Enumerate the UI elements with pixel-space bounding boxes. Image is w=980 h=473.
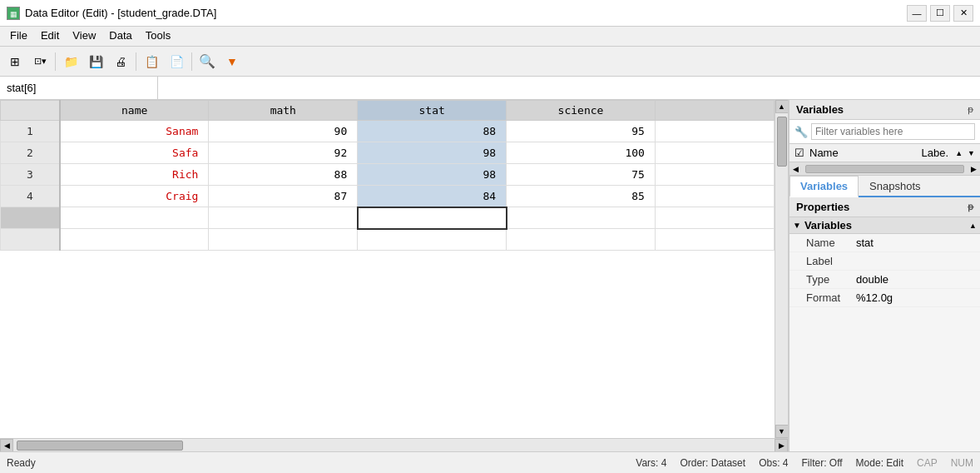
cell-4-science[interactable]: 85	[507, 186, 656, 207]
right-panel: Variables ᵽ 🔧 ☑ Name Labe. ▲ ▼ ◀ ▶ Varia…	[789, 100, 980, 451]
var-scroll-thumb[interactable]	[805, 165, 964, 173]
close-button[interactable]: ✕	[953, 5, 973, 22]
properties-section: Properties ᵽ ▼ Variables ▲ Name stat Lab…	[789, 197, 980, 451]
variables-header: Variables ᵽ	[789, 100, 980, 120]
cell-2-science[interactable]: 100	[507, 142, 656, 164]
col-down-arrow[interactable]: ▼	[968, 149, 975, 157]
cell-3-science[interactable]: 75	[507, 164, 656, 186]
cell-reference[interactable]: stat[6]	[0, 77, 158, 99]
status-cap: CAP	[917, 457, 938, 469]
cell-4-stat[interactable]: 84	[358, 186, 507, 207]
menu-bar: File Edit View Data Tools	[0, 27, 980, 47]
name-checkbox[interactable]: ☑	[794, 147, 804, 159]
cell-5-science	[507, 207, 656, 229]
toolbar-separator-1	[55, 52, 56, 71]
menu-tools[interactable]: Tools	[139, 28, 177, 44]
copy-button[interactable]: 📋	[140, 51, 163, 72]
properties-pin-icon[interactable]: ᵽ	[968, 202, 973, 212]
prop-label-format: Format	[806, 291, 856, 304]
var-h-scroll[interactable]: ◀ ▶	[789, 162, 980, 176]
scroll-right-button[interactable]: ▶	[775, 439, 788, 452]
variables-collapse-arrow[interactable]: ▼	[793, 221, 801, 230]
properties-header: Properties ᵽ	[789, 197, 980, 217]
data-area: name math stat science 1 Sanam 90	[0, 100, 789, 451]
cell-1-stat[interactable]: 88	[358, 121, 507, 142]
filter-input[interactable]	[811, 123, 975, 140]
table-row: 3 Rich 88 98 75	[1, 164, 775, 186]
tab-snapshots[interactable]: Snapshots	[859, 176, 931, 196]
cell-1-math[interactable]: 90	[209, 121, 358, 142]
cell-2-stat[interactable]: 98	[358, 142, 507, 164]
status-order: Order: Dataset	[680, 457, 745, 469]
row-num-4: 4	[1, 186, 61, 207]
table-row: 4 Craig 87 84 85	[1, 186, 775, 207]
tab-variables[interactable]: Variables	[789, 176, 859, 197]
filter-button[interactable]: ▼	[220, 51, 244, 72]
label-col-label: Labe.	[922, 147, 949, 159]
h-scroll-thumb[interactable]	[17, 441, 183, 451]
scroll-track[interactable]	[775, 113, 788, 425]
prop-row-label: Label	[789, 252, 980, 271]
cell-4-math[interactable]: 87	[209, 186, 358, 207]
search-button[interactable]: 🔍	[196, 51, 219, 72]
panel-tabs: Variables Snapshots	[789, 176, 980, 197]
cell-1-science[interactable]: 95	[507, 121, 656, 142]
toolbar-separator-2	[136, 52, 136, 71]
cell-6-extra	[655, 229, 774, 251]
col-header-math[interactable]: math	[209, 101, 358, 121]
col-header-stat[interactable]: stat	[358, 101, 507, 121]
main-layout: name math stat science 1 Sanam 90	[0, 100, 980, 451]
scroll-thumb[interactable]	[777, 117, 787, 167]
prop-row-type: Type double	[789, 271, 980, 289]
cell-3-stat[interactable]: 98	[358, 164, 507, 186]
grid-button[interactable]: ⊞	[3, 51, 27, 72]
col-header-science[interactable]: science	[507, 101, 656, 121]
row-num-1: 1	[1, 121, 61, 142]
minimize-button[interactable]: —	[907, 5, 927, 22]
scroll-up-button[interactable]: ▲	[775, 100, 789, 113]
cell-1-name[interactable]: Sanam	[60, 121, 209, 142]
prop-value-name: stat	[856, 236, 874, 249]
cell-value[interactable]	[158, 77, 980, 99]
status-num: NUM	[951, 457, 973, 469]
add-col-button[interactable]: ⊡▾	[28, 51, 52, 72]
prop-label-name: Name	[806, 236, 856, 249]
name-col-label: Name	[809, 147, 917, 159]
menu-edit[interactable]: Edit	[34, 28, 66, 44]
col-up-arrow[interactable]: ▲	[955, 149, 963, 157]
variables-panel-title: Variables	[796, 103, 844, 116]
table-row	[1, 207, 775, 229]
cell-4-name[interactable]: Craig	[60, 186, 209, 207]
save-button[interactable]: 💾	[84, 51, 107, 72]
var-scroll-left[interactable]: ◀	[789, 165, 802, 173]
cell-2-math[interactable]: 92	[209, 142, 358, 164]
cell-3-name[interactable]: Rich	[60, 164, 209, 186]
prop-up-icon[interactable]: ▲	[969, 222, 977, 230]
col-header-name[interactable]: name	[60, 101, 209, 121]
paste-button[interactable]: 📄	[165, 51, 188, 72]
open-button[interactable]: 📁	[59, 51, 82, 72]
scroll-down-button[interactable]: ▼	[775, 425, 789, 438]
menu-file[interactable]: File	[3, 28, 34, 44]
maximize-button[interactable]: ☐	[930, 5, 950, 22]
cell-3-math[interactable]: 88	[209, 164, 358, 186]
menu-view[interactable]: View	[66, 28, 102, 44]
row-num-2: 2	[1, 142, 61, 164]
properties-title: Properties	[796, 201, 849, 213]
table-wrapper[interactable]: name math stat science 1 Sanam 90	[0, 100, 775, 438]
scroll-left-button[interactable]: ◀	[0, 439, 13, 452]
cell-2-name[interactable]: Safa	[60, 142, 209, 164]
window-title: Data Editor (Edit) - [student_grade.DTA]	[25, 7, 216, 19]
prop-label-label: Label	[806, 255, 856, 267]
menu-data[interactable]: Data	[102, 28, 138, 44]
cell-6-name	[60, 229, 209, 251]
var-scroll-right[interactable]: ▶	[968, 165, 980, 173]
print-button[interactable]: 🖨	[109, 51, 132, 72]
table-row: 2 Safa 92 98 100	[1, 142, 775, 164]
cell-5-stat[interactable]	[358, 207, 507, 229]
vertical-scrollbar[interactable]: ▲ ▼	[775, 100, 788, 438]
horizontal-scrollbar[interactable]: ◀ ▶	[0, 438, 788, 451]
toolbar: ⊞ ⊡▾ 📁 💾 🖨 📋 📄 🔍 ▼	[0, 47, 980, 77]
pin-icon[interactable]: ᵽ	[968, 104, 973, 115]
h-scroll-track[interactable]	[13, 439, 775, 451]
